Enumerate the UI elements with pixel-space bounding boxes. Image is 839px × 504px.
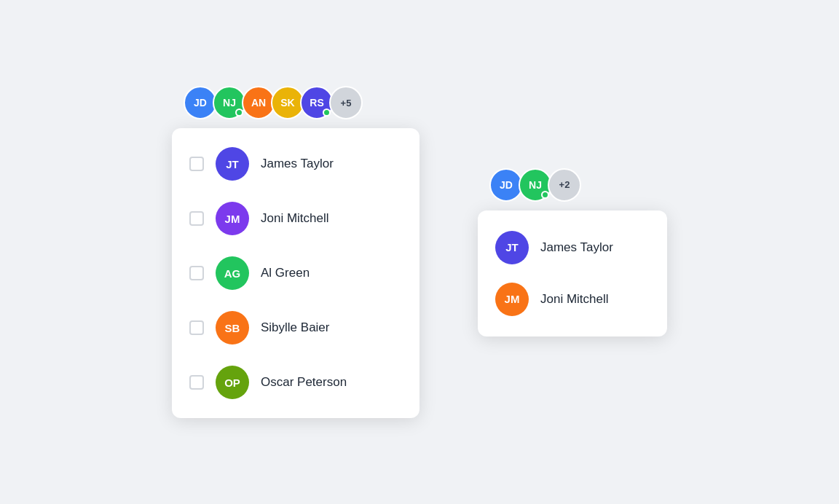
list-item: JT James Taylor (184, 137, 408, 192)
avatar-joni-mitchell-right: JM (495, 283, 529, 316)
list-item: JT James Taylor (495, 222, 650, 274)
left-avatar-row: JD NJ AN SK RS +5 (184, 86, 363, 119)
checkbox-james-taylor[interactable] (189, 157, 204, 171)
checkbox-sibylle-baier[interactable] (189, 320, 204, 335)
status-dot (235, 109, 243, 117)
status-dot (541, 191, 549, 199)
avatar-oscar-peterson: OP (216, 366, 249, 399)
right-dropdown-card: JT James Taylor JM Joni Mitchell (478, 210, 667, 336)
name-james-taylor: James Taylor (261, 157, 334, 171)
checkbox-al-green[interactable] (189, 266, 204, 280)
name-joni-mitchell-right: Joni Mitchell (540, 292, 609, 307)
name-joni-mitchell: Joni Mitchell (261, 211, 329, 226)
avatar-sibylle-baier: SB (216, 311, 249, 344)
checkbox-joni-mitchell[interactable] (189, 211, 204, 226)
avatar-overflow[interactable]: +5 (329, 86, 363, 119)
right-panel: JD NJ +2 JT James Taylor JM Joni Mitchel… (478, 168, 667, 336)
avatar-al-green: AG (216, 256, 249, 290)
checkbox-oscar-peterson[interactable] (189, 375, 204, 390)
name-james-taylor-right: James Taylor (540, 240, 613, 255)
list-item: JM Joni Mitchell (495, 274, 650, 325)
status-dot (323, 109, 331, 117)
list-item: AG Al Green (184, 246, 408, 301)
right-avatar-row: JD NJ +2 (489, 168, 581, 202)
list-item: JM Joni Mitchell (184, 192, 408, 246)
left-dropdown-card: JT James Taylor JM Joni Mitchell AG Al G… (172, 128, 420, 418)
avatar-james-taylor: JT (216, 147, 249, 181)
left-panel: JD NJ AN SK RS +5 JT James Taylor (172, 86, 420, 418)
name-al-green: Al Green (261, 266, 310, 280)
avatar-overflow-right[interactable]: +2 (548, 168, 581, 202)
name-oscar-peterson: Oscar Peterson (261, 375, 347, 390)
name-sibylle-baier: Sibylle Baier (261, 320, 330, 335)
list-item: SB Sibylle Baier (184, 301, 408, 355)
avatar-joni-mitchell: JM (216, 202, 249, 235)
list-item: OP Oscar Peterson (184, 355, 408, 409)
avatar-james-taylor-right: JT (495, 231, 529, 264)
